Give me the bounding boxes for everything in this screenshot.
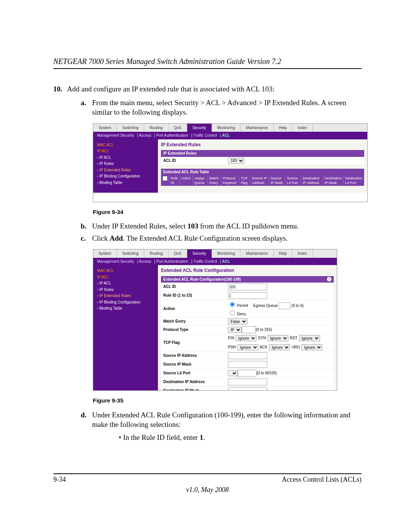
subtab-mgmt[interactable]: Management Security (97, 133, 134, 137)
help-icon[interactable]: ? (327, 277, 331, 281)
panel-header-table: Extended ACL Rule Table (161, 169, 364, 176)
col-dport: Destination L4 Port (344, 175, 364, 186)
permit-radio[interactable] (230, 302, 235, 307)
f-dmask-lbl: Destination IP Mask (163, 388, 228, 391)
subtab-acl[interactable]: ACL (222, 133, 230, 137)
sip-input[interactable] (228, 352, 267, 359)
egress-label: Egress Queue (253, 304, 278, 308)
subtab-access[interactable]: Access (139, 133, 151, 137)
col-match: Match Every (208, 175, 221, 186)
sub-b-post: from the ACL ID pulldown menu. (198, 222, 299, 230)
permit-label: Permit (237, 304, 248, 308)
tab2-monitoring[interactable]: Monitoring (212, 249, 241, 258)
dip-input[interactable] (228, 379, 267, 385)
subtab-portauth[interactable]: Port Authentication (156, 133, 188, 137)
tab-maintenance[interactable]: Maintenance (241, 124, 273, 132)
col-tcp: TCP Flag (239, 175, 250, 186)
syn-select[interactable]: Ignore (268, 335, 288, 341)
subtab-traffic[interactable]: Traffic Control (193, 133, 217, 137)
side2-mac-acl[interactable]: MAC ACL (97, 268, 154, 273)
tab2-system[interactable]: System (93, 249, 117, 258)
tab2-switching[interactable]: Switching (117, 249, 144, 258)
tab-monitoring[interactable]: Monitoring (212, 124, 241, 132)
version-date: v1.0, May 2008 (53, 486, 362, 494)
tab2-qos[interactable]: QoS (169, 249, 187, 258)
aclid-label: ACL ID (163, 158, 228, 163)
page-number: 9-34 (53, 476, 66, 484)
psh-select[interactable]: Ignore (237, 344, 258, 350)
side-binding-table[interactable]: › Binding Table (97, 180, 154, 185)
tab2-index[interactable]: Index (292, 249, 312, 258)
match-select[interactable]: False (228, 318, 247, 324)
f-tcp-lbl: TCP Flag (163, 340, 228, 345)
tab-switching[interactable]: Switching (117, 124, 144, 132)
flag-urg: URG (292, 345, 300, 350)
tab2-maintenance[interactable]: Maintenance (241, 249, 273, 258)
tab2-routing[interactable]: Routing (144, 249, 168, 258)
col-assignq: Assign Queue (193, 175, 208, 186)
f-aclid-input[interactable] (228, 283, 267, 290)
side2-ip-ext-rules[interactable]: › IP Extended Rules (97, 293, 154, 299)
sub-c-post: . The Extended ACL Rule Configuration sc… (123, 234, 288, 242)
side2-binding-table[interactable]: › Binding Table (97, 306, 154, 311)
panel-title: IP Extended Rules (161, 142, 364, 148)
col-sip: Source IP Address (250, 175, 269, 186)
proto-select[interactable]: IP (228, 327, 242, 333)
table-header: Rule ID Action Assign Queue Match Every … (161, 175, 364, 186)
sub-a-text: From the main menu, select Security > AC… (92, 98, 368, 117)
deny-label: Deny (237, 312, 246, 316)
f-ruleid-lbl: Rule ID (1 to 23) (163, 293, 228, 298)
side-mac-acl[interactable]: MAC ACL (97, 142, 154, 148)
sport-input[interactable] (238, 370, 256, 377)
sub-c-pre: Click (92, 234, 110, 242)
subtab2-access[interactable]: Access (139, 259, 151, 264)
side2-ip-binding[interactable]: › IP Binding Configuration (97, 300, 154, 305)
tab-index[interactable]: Index (292, 124, 312, 132)
subtab2-traffic[interactable]: Traffic Control (193, 259, 217, 264)
f-sip-lbl: Source IP Address (163, 353, 228, 358)
subtab2-portauth[interactable]: Port Authentication (156, 259, 188, 264)
side-ip-rules[interactable]: › IP Rules (97, 161, 154, 166)
tab-system[interactable]: System (93, 124, 117, 132)
f-proto-lbl: Protocol Type (163, 327, 228, 332)
flag-fin: FIN (228, 335, 234, 341)
deny-radio[interactable] (230, 310, 235, 315)
f-aclid-lbl: ACL ID (163, 284, 228, 289)
col-proto: Protocol Keyword (221, 175, 239, 186)
egress-hint: (0 to 6) (292, 304, 304, 308)
rst-select[interactable]: Ignore (299, 335, 320, 341)
col-sport: Source L4 Port (285, 175, 301, 186)
urg-select[interactable]: Ignore (301, 344, 322, 350)
tab-help[interactable]: Help (274, 124, 293, 132)
tab-routing[interactable]: Routing (144, 124, 168, 132)
side2-ip-rules[interactable]: › IP Rules (97, 287, 154, 292)
subtab2-mgmt[interactable]: Management Security (97, 259, 134, 264)
col-smask: Source IP Mask (269, 175, 285, 186)
select-all-checkbox[interactable] (162, 176, 167, 181)
dmask-input[interactable] (228, 387, 267, 391)
panel-header-rules: IP Extended Rules (161, 150, 364, 157)
side-ip-binding[interactable]: › IP Binding Configuration (97, 174, 154, 179)
tab-security[interactable]: Security (187, 124, 212, 132)
tab2-security[interactable]: Security (187, 249, 212, 258)
ack-select[interactable]: Ignore (269, 344, 290, 350)
sport-select[interactable] (228, 370, 238, 376)
tab2-help[interactable]: Help (274, 249, 293, 258)
sub-b-pre: Under IP Extended Rules, select (92, 222, 187, 230)
subtab2-acl[interactable]: ACL (222, 259, 230, 264)
proto-hint: (0 to 255) (256, 327, 272, 332)
side2-ip-acl-sub[interactable]: › IP ACL (97, 281, 154, 286)
side2-ip-acl[interactable]: IP ACL (97, 275, 154, 280)
step-number: 10. (53, 84, 67, 445)
fin-select[interactable]: Ignore (236, 335, 256, 341)
f-action-lbl: Action (163, 306, 228, 312)
aclid-select[interactable]: 103 (228, 158, 244, 164)
side-ip-ext-rules[interactable]: › IP Extended Rules (97, 168, 154, 173)
side-ip-acl-sub[interactable]: › IP ACL (97, 155, 154, 160)
smask-input[interactable] (228, 361, 267, 368)
f-ruleid-input[interactable] (228, 292, 267, 299)
egress-input[interactable] (279, 302, 290, 309)
side-ip-acl[interactable]: IP ACL (97, 149, 154, 154)
proto-input[interactable] (242, 326, 256, 333)
tab-qos[interactable]: QoS (169, 124, 187, 132)
